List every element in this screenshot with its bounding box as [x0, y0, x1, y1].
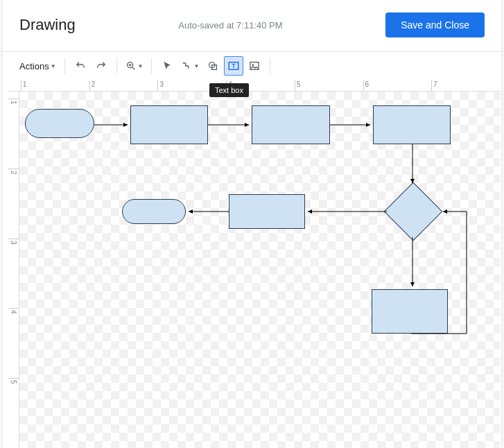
flowchart-process-2[interactable] [252, 105, 330, 144]
shape-tool[interactable] [203, 56, 223, 76]
zoom-menu[interactable]: ▼ [123, 56, 146, 76]
arrow-start-to-1[interactable] [94, 121, 130, 128]
drawing-modal: Drawing Auto-saved at 7:11:40 PM Save an… [3, 0, 501, 448]
image-icon [249, 60, 260, 71]
ruler-vertical[interactable]: 1 2 3 4 5 [8, 92, 19, 448]
arrow-decision-to-4[interactable] [305, 208, 387, 215]
flowchart-process-4[interactable] [229, 194, 305, 229]
actions-menu[interactable]: Actions ▼ [17, 56, 59, 76]
cursor-icon [162, 60, 173, 71]
separator [116, 58, 117, 74]
separator [151, 58, 152, 74]
actions-label: Actions [19, 61, 49, 71]
shape-icon [207, 60, 218, 71]
dialog-title: Drawing [19, 16, 76, 34]
line-tool[interactable]: ▼ [178, 56, 202, 76]
arrow-5-to-decision-loop[interactable] [411, 209, 473, 369]
arrow-4-to-end[interactable] [186, 208, 229, 215]
svg-text:T: T [232, 63, 236, 69]
svg-point-9 [252, 64, 254, 66]
image-tool[interactable] [245, 56, 264, 76]
autosave-status: Auto-saved at 7:11:40 PM [178, 20, 282, 31]
chevron-down-icon: ▼ [51, 63, 56, 69]
separator [270, 58, 270, 74]
textbox-tooltip: Text box [209, 83, 249, 97]
chevron-down-icon: ▼ [138, 63, 144, 69]
arrow-3-to-decision[interactable] [409, 144, 416, 186]
undo-icon [75, 60, 86, 71]
svg-line-1 [132, 67, 134, 69]
flowchart-process-1[interactable] [130, 105, 208, 144]
redo-icon [96, 60, 107, 71]
dialog-header: Drawing Auto-saved at 7:11:40 PM Save an… [3, 0, 501, 52]
flowchart-process-3[interactable] [373, 105, 451, 144]
textbox-icon: T [227, 60, 240, 72]
arrow-1-to-2[interactable] [208, 121, 252, 128]
line-icon [181, 60, 192, 71]
drawing-canvas[interactable] [19, 92, 500, 448]
flowchart-terminator-start[interactable] [25, 109, 94, 138]
separator [64, 58, 65, 74]
save-and-close-button[interactable]: Save and Close [385, 12, 485, 37]
toolbar: Actions ▼ ▼ ▼ T [3, 52, 501, 80]
redo-button[interactable] [92, 56, 111, 76]
undo-button[interactable] [71, 56, 90, 76]
textbox-tool[interactable]: T [224, 56, 243, 76]
flowchart-terminator-end[interactable] [122, 199, 186, 224]
zoom-icon [125, 60, 137, 71]
ruler-horizontal[interactable]: 1 2 3 4 5 6 7 [8, 80, 500, 92]
chevron-down-icon: ▼ [193, 63, 199, 69]
arrow-2-to-3[interactable] [330, 121, 373, 128]
select-tool[interactable] [157, 56, 177, 76]
